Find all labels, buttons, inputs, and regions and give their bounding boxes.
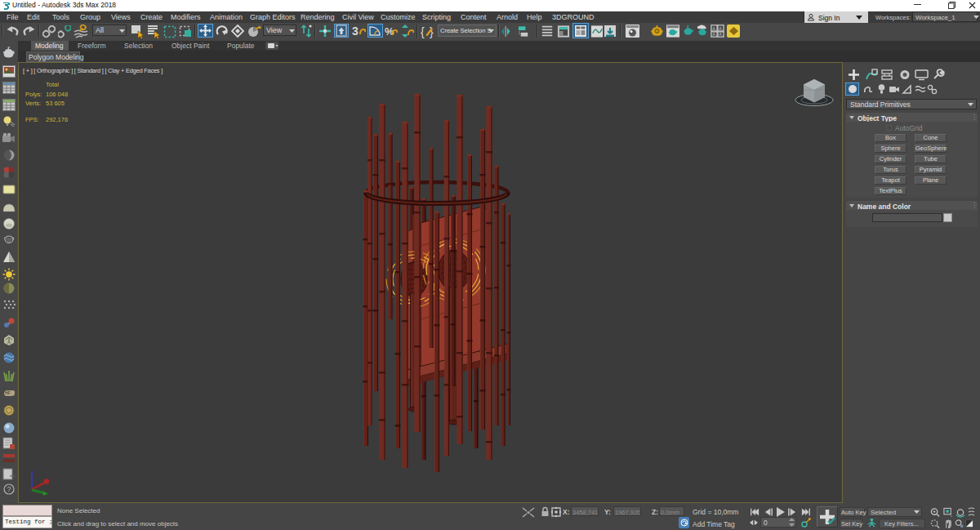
svg-text:A: A — [712, 32, 715, 37]
svg-text:?: ? — [7, 485, 11, 493]
svg-text:HF: HF — [5, 390, 11, 395]
svg-text:A: A — [719, 26, 722, 31]
svg-text:A: A — [719, 32, 722, 37]
svg-text:A: A — [712, 26, 715, 31]
svg-text:A: A — [7, 340, 11, 345]
svg-text:3: 3 — [352, 24, 359, 38]
svg-text:{: { — [421, 25, 425, 38]
